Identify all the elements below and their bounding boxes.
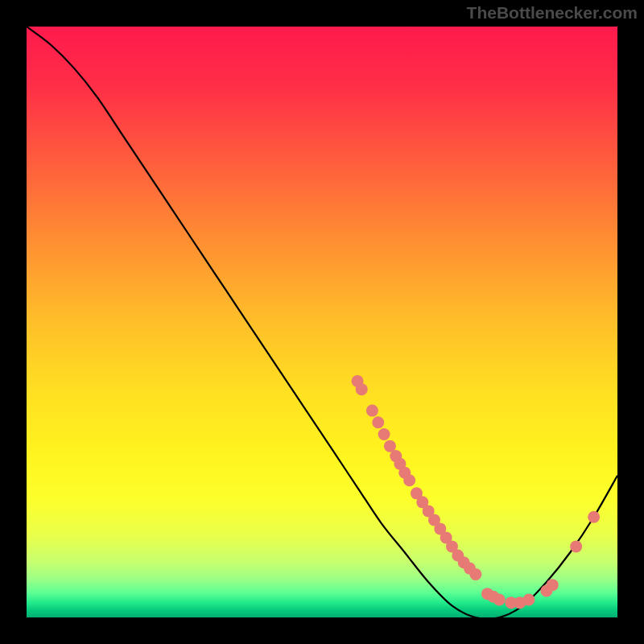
data-marker xyxy=(469,568,481,580)
plot-area xyxy=(27,27,617,617)
data-marker xyxy=(588,511,600,523)
data-marker xyxy=(372,416,384,428)
data-marker xyxy=(378,428,390,440)
data-marker xyxy=(493,593,506,605)
data-marker xyxy=(403,474,415,486)
data-marker xyxy=(547,579,559,591)
chart-svg xyxy=(27,27,617,617)
data-marker xyxy=(366,405,378,417)
data-marker xyxy=(356,383,368,395)
data-marker xyxy=(522,593,535,605)
gradient-background xyxy=(27,27,617,617)
chart-container: TheBottlenecker.com xyxy=(0,0,644,644)
data-marker xyxy=(570,540,582,552)
attribution-text: TheBottlenecker.com xyxy=(467,3,638,23)
data-marker xyxy=(384,440,396,452)
